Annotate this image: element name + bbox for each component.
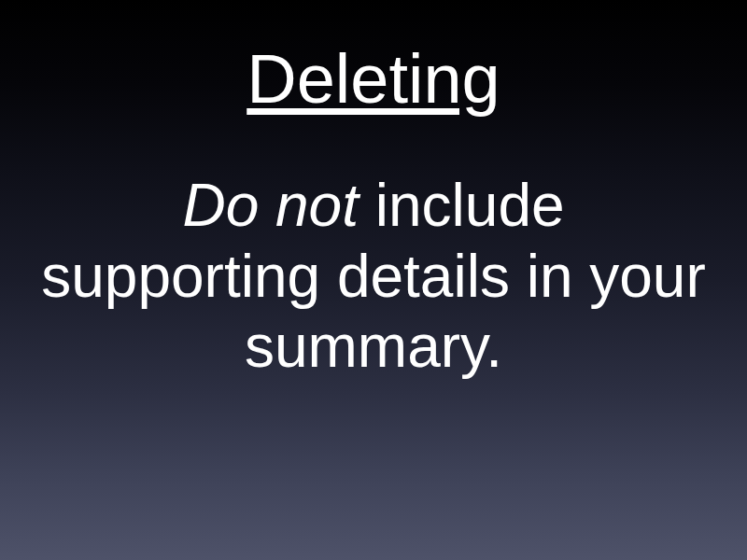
slide-title: Deleting xyxy=(247,39,500,119)
slide-body-rest: include supporting details in your summa… xyxy=(41,172,706,380)
slide-body-emphasis: Do not xyxy=(182,172,359,239)
slide-body: Do not include supporting details in you… xyxy=(0,171,747,383)
